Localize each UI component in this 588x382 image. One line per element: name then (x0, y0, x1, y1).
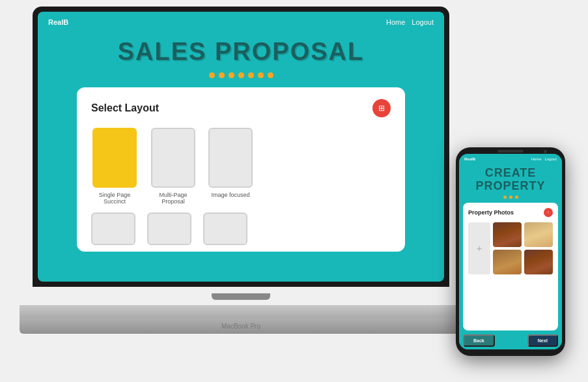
phone-card-header: Property Photos ↑ (468, 208, 553, 217)
scene: RealB Home Logout SALES PROPOSAL (0, 0, 588, 382)
layout-label-0: Single Page Succinct (91, 192, 138, 205)
phone-camera (544, 150, 547, 153)
laptop-base (20, 305, 462, 319)
laptop-card-header: Select Layout ⊞ (91, 99, 391, 117)
laptop-progress-dots (38, 72, 444, 78)
phone-page-title: CREATE PROPERTY (459, 163, 562, 196)
laptop-screen: RealB Home Logout SALES PROPOSAL (38, 12, 444, 282)
layout-card-sm-2[interactable] (147, 213, 191, 245)
phone-progress-dots (459, 196, 562, 199)
grid-icon: ⊞ (378, 104, 385, 113)
dot-6 (258, 72, 264, 78)
dot-4 (238, 72, 244, 78)
phone-nav-links: Home Logout (531, 157, 557, 161)
layout-card-single[interactable] (92, 128, 137, 188)
phone-photo-1[interactable] (493, 222, 522, 247)
dot-2 (219, 72, 225, 78)
phone-back-button[interactable]: Back (463, 334, 495, 347)
laptop-home-link[interactable]: Home (386, 18, 405, 26)
phone-nav: RealB Home Logout (459, 154, 562, 163)
phone-screen: RealB Home Logout CREATE PROPERTY Proper… (459, 154, 562, 349)
phone-photo-2[interactable] (524, 222, 553, 247)
dot-3 (229, 72, 234, 78)
layout-options-row2 (91, 213, 391, 245)
laptop-brand: RealB (48, 18, 68, 26)
phone: RealB Home Logout CREATE PROPERTY Proper… (456, 147, 565, 356)
layout-card-multi[interactable] (151, 128, 195, 188)
laptop-card: Select Layout ⊞ Single Page Succinct Mul (77, 87, 405, 252)
laptop-logout-link[interactable]: Logout (412, 18, 434, 26)
phone-upload-icon[interactable]: ↑ (544, 208, 553, 217)
laptop-card-icon[interactable]: ⊞ (372, 99, 391, 117)
phone-add-photo-button[interactable]: + (468, 222, 490, 274)
laptop-notch (212, 293, 270, 300)
dot-1 (209, 72, 215, 78)
layout-card-sm-3[interactable] (203, 213, 247, 245)
layout-card-image[interactable] (208, 128, 253, 188)
layout-card-sm-1[interactable] (91, 213, 135, 245)
phone-photos-grid: + (468, 222, 553, 274)
layout-label-2: Image focused (211, 192, 249, 198)
phone-card: Property Photos ↑ + (463, 203, 558, 331)
phone-home-link[interactable]: Home (531, 157, 542, 161)
phone-bottom-bar: Back Next (459, 331, 562, 349)
phone-next-button[interactable]: Next (527, 334, 558, 347)
laptop-page-title: SALES PROPOSAL (38, 38, 444, 66)
phone-dot-1 (503, 196, 507, 199)
laptop-card-title: Select Layout (91, 102, 159, 114)
laptop-screen-outer: RealB Home Logout SALES PROPOSAL (33, 7, 449, 287)
layout-option-1[interactable]: Multi-Page Proposal (150, 128, 197, 205)
layout-options: Single Page Succinct Multi-Page Proposal… (91, 128, 391, 205)
phone-dot-2 (509, 196, 512, 199)
laptop: RealB Home Logout SALES PROPOSAL (20, 7, 462, 345)
dot-5 (248, 72, 254, 78)
layout-option-2[interactable]: Image focused (208, 128, 253, 205)
layout-label-1: Multi-Page Proposal (150, 192, 197, 205)
layout-option-0[interactable]: Single Page Succinct (91, 128, 138, 205)
phone-brand: RealB (464, 157, 475, 161)
laptop-nav-links: Home Logout (386, 18, 434, 26)
phone-photo-3[interactable] (493, 250, 522, 274)
dot-7 (268, 72, 273, 78)
phone-logout-link[interactable]: Logout (545, 157, 557, 161)
phone-speaker (497, 150, 524, 153)
laptop-nav: RealB Home Logout (38, 12, 444, 33)
laptop-brand-label: MacBook Pro (221, 323, 260, 330)
phone-card-title: Property Photos (468, 209, 514, 216)
phone-dot-3 (515, 196, 518, 199)
phone-photo-4[interactable] (524, 250, 553, 274)
